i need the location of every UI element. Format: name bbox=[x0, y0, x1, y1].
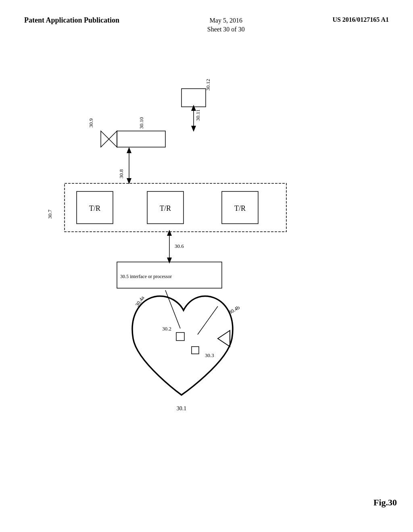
sheet-info: Sheet 30 of 30 bbox=[207, 25, 245, 34]
antenna-30-9b bbox=[101, 131, 109, 147]
label-30-10: 30.10 bbox=[138, 117, 144, 129]
diagram-svg: T/R T/R T/R 30.1 30.2 30.3 30.4a bbox=[24, 64, 371, 447]
box-30-2 bbox=[176, 332, 184, 341]
label-30-6: 30.6 bbox=[175, 243, 184, 249]
label-30-11: 30.11 bbox=[195, 109, 201, 121]
header-center: May 5, 2016 Sheet 30 of 30 bbox=[207, 16, 245, 34]
figure-label: Fig.30 bbox=[373, 497, 397, 508]
label-30-12: 30.12 bbox=[205, 79, 211, 91]
heart-shape bbox=[132, 296, 233, 395]
publication-date: May 5, 2016 bbox=[207, 16, 245, 25]
label-30-2: 30.2 bbox=[162, 326, 171, 332]
tr-label-1: T/R bbox=[89, 204, 100, 212]
arrow-30-8-top bbox=[127, 147, 131, 153]
box-30-10 bbox=[117, 131, 165, 147]
arrow-30-4b bbox=[218, 330, 230, 347]
label-30-8: 30.8 bbox=[118, 169, 124, 179]
line-30-4a bbox=[165, 290, 180, 328]
line-30-4b-line bbox=[198, 306, 218, 335]
label-30-3: 30.3 bbox=[205, 352, 214, 358]
label-30-4b: 30.4b bbox=[227, 304, 241, 316]
arrow-30-6-top bbox=[167, 230, 172, 236]
arrow-30-6-bottom bbox=[167, 258, 172, 264]
figure-diagram: T/R T/R T/R 30.1 30.2 30.3 30.4a bbox=[24, 64, 371, 447]
label-30-1: 30.1 bbox=[177, 405, 187, 411]
arrow-30-11-bottom bbox=[191, 126, 196, 132]
label-30-9: 30.9 bbox=[88, 118, 94, 128]
page-header: Patent Application Publication May 5, 20… bbox=[0, 16, 413, 34]
patent-number: US 2016/0127165 A1 bbox=[332, 16, 389, 23]
tr-label-2: T/R bbox=[160, 204, 171, 212]
publication-title: Patent Application Publication bbox=[24, 16, 119, 25]
label-30-5: 30.5 interface or processor bbox=[120, 274, 172, 279]
box-30-3 bbox=[192, 347, 199, 354]
box-30-12 bbox=[181, 89, 206, 107]
tr-label-3: T/R bbox=[234, 204, 246, 212]
antenna-30-9 bbox=[109, 131, 117, 147]
label-30-7: 30.7 bbox=[47, 210, 53, 219]
